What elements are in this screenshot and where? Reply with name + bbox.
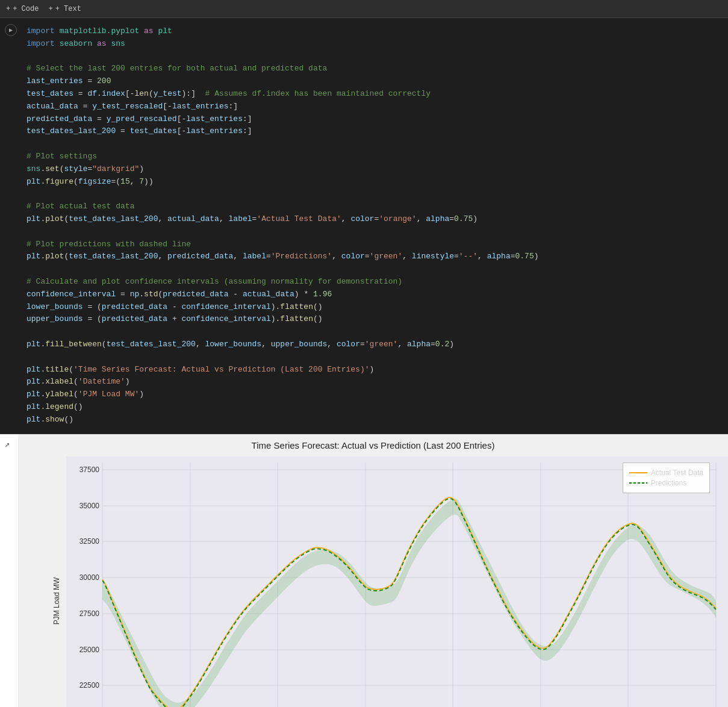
- actual-line: [102, 497, 716, 708]
- confidence-band: [102, 499, 716, 707]
- predictions-line: [102, 499, 716, 708]
- y-tick-32500: 32500: [79, 537, 100, 546]
- svg-rect-18: [102, 463, 717, 708]
- code-content[interactable]: import matplotlib.pyplot as plt import s…: [22, 23, 728, 429]
- add-code-button[interactable]: + + Code: [6, 5, 39, 13]
- chart-title: Time Series Forecast: Actual vs Predicti…: [24, 440, 722, 450]
- plus-text-icon: +: [48, 5, 52, 13]
- code-cell: ▶ import matplotlib.pyplot as plt import…: [0, 18, 728, 434]
- y-tick-25000: 25000: [79, 646, 100, 654]
- legend-predictions: Predictions: [629, 479, 703, 487]
- add-text-button[interactable]: + + Text: [48, 5, 81, 13]
- y-tick-37500: 37500: [79, 466, 100, 474]
- y-axis-label: PJM Load MW: [52, 577, 61, 624]
- toolbar: + + Code + + Text: [0, 0, 728, 18]
- y-tick-35000: 35000: [79, 502, 100, 510]
- plus-code-icon: +: [6, 5, 10, 13]
- legend-predictions-label: Predictions: [651, 479, 686, 487]
- run-button[interactable]: ▶: [5, 24, 17, 36]
- output-icon: ↗: [5, 439, 10, 449]
- y-tick-30000: 30000: [79, 573, 100, 582]
- chart-legend: Actual Test Data Predictions: [623, 463, 710, 493]
- chart-container: Time Series Forecast: Actual vs Predicti…: [18, 434, 728, 708]
- legend-actual: Actual Test Data: [629, 469, 703, 477]
- chart-svg: 37500 35000 32500 30000 27500 25000 2250…: [66, 456, 728, 708]
- y-tick-22500: 22500: [79, 681, 100, 690]
- legend-actual-label: Actual Test Data: [651, 469, 703, 477]
- output-cell: ↗ Time Series Forecast: Actual vs Predic…: [0, 434, 728, 708]
- y-tick-27500: 27500: [79, 609, 100, 618]
